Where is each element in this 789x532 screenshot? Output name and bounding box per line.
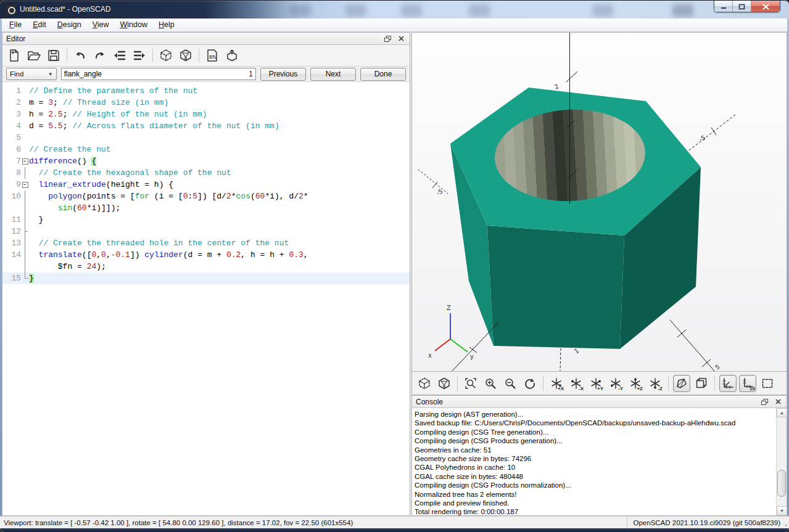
indent-button[interactable] [131, 47, 147, 63]
view-preview-button[interactable] [416, 375, 433, 392]
neg-x-axis-line [689, 115, 735, 150]
y-axis-line [670, 320, 716, 371]
code-row[interactable]: 4d = 5.5; // Across flats diameter of th… [2, 120, 410, 132]
redo-button[interactable] [92, 47, 108, 63]
find-mode-dropdown[interactable]: Find▼ [6, 68, 57, 80]
find-next-button[interactable]: Next [310, 68, 356, 81]
float-panel-icon[interactable] [382, 35, 392, 43]
status-bar: Viewport: translate = [ -0.57 -0.42 1.00… [0, 516, 789, 528]
menu-window[interactable]: Window [115, 18, 153, 31]
code-row[interactable]: 9 linear_extrude(height = h) { [2, 179, 410, 190]
console-scrollbar[interactable]: ▲ ▼ [776, 408, 787, 515]
code-row[interactable]: 5 [2, 132, 410, 144]
code-row[interactable]: 1// Define the parameters of the nut [2, 85, 410, 97]
code-row[interactable]: 14 translate([0,0,-0.1]) cylinder(d = m … [2, 249, 410, 261]
axis-button-label: -X [579, 386, 584, 391]
code-text: h = 2.5; // Height of the nut (in mm) [29, 108, 410, 120]
find-input[interactable]: flank_angle1 [61, 68, 256, 80]
code-row[interactable]: 6// Create the nut [2, 144, 410, 155]
axis-tick-label: 1 [573, 347, 580, 355]
view-back-button[interactable]: +Y [587, 375, 605, 392]
code-row[interactable]: 10 polygon(points = [for (i = [0:5]) [d/… [2, 190, 410, 202]
undo-button[interactable] [72, 47, 88, 63]
line-number: 4 [2, 120, 21, 132]
code-row[interactable]: 2m = 3; // Thread size (in mm) [2, 97, 410, 108]
scroll-up-icon[interactable]: ▲ [777, 408, 787, 417]
code-row[interactable]: sin(60*i)]]); [2, 202, 410, 214]
fold-marker[interactable] [21, 155, 29, 167]
find-query-text: flank_angle [64, 70, 102, 78]
float-panel-icon[interactable] [759, 398, 769, 406]
console-panel: Console Parsing design (AST generation).… [411, 395, 787, 516]
view-front-button[interactable]: -Y [607, 375, 624, 392]
find-done-button[interactable]: Done [360, 68, 406, 81]
fold-rail [21, 226, 29, 237]
glass-reflection [592, 4, 613, 17]
render-button[interactable] [178, 47, 194, 63]
menu-view[interactable]: View [87, 18, 115, 31]
zoom-all-button[interactable] [462, 375, 479, 392]
orthogonal-button[interactable] [693, 375, 710, 392]
find-previous-button[interactable]: Previous [260, 68, 306, 81]
new-file-button[interactable] [6, 47, 22, 63]
close-panel-icon[interactable] [396, 35, 406, 43]
version-status-text: OpenSCAD 2021.10.19.ci9029 (git 500af823… [627, 517, 789, 528]
menu-file[interactable]: File [4, 18, 27, 31]
title-bar[interactable]: Untitled.scad* - OpenSCAD [0, 0, 789, 18]
close-button[interactable] [751, 1, 780, 12]
close-panel-icon[interactable] [773, 398, 783, 406]
scroll-down-icon[interactable]: ▼ [777, 506, 787, 515]
console-header: Console [412, 396, 787, 408]
scrollbar-thumb[interactable] [777, 470, 786, 497]
console-line: Compiling design (CSG Products generatio… [415, 436, 776, 445]
open-file-button[interactable] [26, 47, 42, 63]
reset-view-button[interactable] [521, 375, 539, 392]
view-top-button[interactable]: +Z [627, 375, 644, 392]
export-stl-button[interactable]: STL [204, 47, 220, 63]
maximize-button[interactable] [733, 1, 751, 12]
fold-rail [21, 261, 29, 272]
zoom-out-button[interactable] [502, 375, 519, 392]
code-row[interactable]: 13 // Create the threaded hole in the ce… [2, 237, 410, 249]
view-right-button[interactable]: +X [548, 375, 565, 392]
code-area[interactable]: 1// Define the parameters of the nut2m =… [2, 83, 410, 515]
neg-x-tick-label: -5 [698, 134, 707, 143]
show-scale-button[interactable]: 10 [739, 375, 756, 392]
unindent-button[interactable] [112, 47, 128, 63]
axis-z-label: Z [447, 305, 451, 311]
send-to-3d-print-button[interactable] [224, 47, 240, 63]
menu-design[interactable]: Design [52, 18, 87, 31]
line-number: 3 [2, 108, 21, 120]
show-axes-button[interactable] [719, 375, 737, 392]
save-file-button[interactable] [46, 47, 62, 63]
zoom-in-button[interactable] [482, 375, 499, 392]
line-number: 1 [2, 85, 21, 97]
code-row[interactable]: 3h = 2.5; // Height of the nut (in mm) [2, 108, 410, 120]
find-mode-label: Find [10, 70, 23, 78]
view-render-button[interactable] [436, 375, 453, 392]
menu-help[interactable]: Help [153, 18, 180, 31]
code-row[interactable]: 12 [2, 226, 410, 237]
fold-marker[interactable] [21, 179, 29, 190]
line-number: 10 [2, 190, 21, 202]
console-line: Total rendering time: 0:00:00.187 [415, 507, 776, 515]
view-left-button[interactable]: -X [568, 375, 585, 392]
code-row[interactable]: 15} [2, 272, 410, 284]
code-row[interactable]: 11 } [2, 214, 410, 226]
minimize-button[interactable] [714, 1, 733, 12]
code-row[interactable]: 7difference() { [2, 155, 410, 167]
3d-viewport[interactable]: 2 1 1 5 -5 -5 Z x y [411, 32, 787, 371]
axes-overlay: 2 1 1 5 -5 -5 Z x y [412, 33, 787, 371]
view-bottom-button[interactable]: -Z [646, 375, 664, 392]
axis-indicator: Z x y [428, 305, 474, 360]
code-row[interactable]: 8 // Create the hexagonal shape of the n… [2, 167, 410, 179]
openscad-app-icon [6, 5, 16, 15]
show-edges-button[interactable] [759, 375, 776, 392]
axis-indicator-y [450, 339, 468, 352]
perspective-button[interactable] [673, 375, 690, 392]
code-text [29, 132, 410, 144]
line-number: 9 [2, 179, 21, 190]
menu-edit[interactable]: Edit [27, 18, 52, 31]
preview-button[interactable] [158, 47, 174, 63]
code-row[interactable]: $fn = 24); [2, 261, 410, 272]
